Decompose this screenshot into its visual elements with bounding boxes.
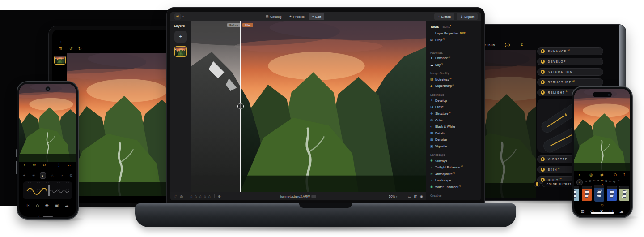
- toolbar-icon[interactable]: ⊡: [26, 203, 30, 208]
- adjustment-icon[interactable]: ◐: [40, 172, 46, 179]
- adjustment-icon[interactable]: ◑: [59, 172, 65, 179]
- share-icon[interactable]: ∴: [68, 163, 71, 167]
- tool-row[interactable]: Favorites: [430, 47, 476, 55]
- redo-icon[interactable]: ↻: [42, 163, 46, 167]
- tool-label: RELIGHT: [548, 91, 565, 94]
- tool-row[interactable]: Image Quality: [430, 71, 476, 76]
- tool-row[interactable]: ◙ Relight AI: [430, 198, 476, 200]
- tool-row[interactable]: ▩ Denoise: [430, 137, 476, 143]
- layer-thumbnail[interactable]: [54, 56, 66, 65]
- mode-tab[interactable]: ✦ Presets: [286, 13, 307, 20]
- back-icon[interactable]: ←: [59, 39, 64, 43]
- menu-dots-icon[interactable]: ⋮: [57, 163, 61, 167]
- tool-row[interactable]: Creative: [430, 193, 476, 198]
- flag-icon[interactable]: ◎: [180, 194, 183, 198]
- toolbar-icon[interactable]: ☁: [619, 209, 624, 214]
- add-layer-button[interactable]: +: [174, 31, 187, 43]
- tab-tools[interactable]: Tools: [430, 25, 439, 29]
- tool-row[interactable]: ◭ Supersharp AI: [430, 82, 476, 89]
- tool-label: Sky: [435, 63, 441, 67]
- undo-icon[interactable]: ↺: [69, 47, 73, 51]
- tool-row[interactable]: ◪ Erase: [430, 104, 476, 111]
- star-icon[interactable]: ☆: [199, 194, 202, 198]
- tool-button[interactable]: DEVELOP: [537, 58, 603, 65]
- filter-thumbnail[interactable]: [607, 186, 617, 201]
- back-icon[interactable]: ‹: [579, 172, 580, 177]
- back-icon[interactable]: ‹: [24, 163, 25, 167]
- tool-row[interactable]: ◉ Water Enhancer AI: [430, 184, 476, 190]
- tool-button[interactable]: SATURATION: [537, 68, 603, 76]
- tool-row[interactable]: ☀ Develop: [430, 97, 476, 104]
- adjustment-icon[interactable]: ✦: [21, 172, 27, 179]
- adjustment-icon[interactable]: △: [49, 172, 55, 179]
- remove-icon[interactable]: ⊖: [614, 172, 617, 177]
- filter-thumbnail[interactable]: [594, 185, 604, 202]
- extras-button[interactable]: + Extras: [434, 13, 454, 20]
- fit-screen-icon[interactable]: ▭: [408, 194, 411, 198]
- tool-row[interactable]: ≋ Atmosphere AI: [430, 171, 476, 177]
- toolbar-icon[interactable]: ☀: [45, 203, 49, 208]
- favorite-heart-icon[interactable]: ♡: [601, 204, 604, 208]
- share-icon[interactable]: ↥: [623, 172, 626, 177]
- color-filters-control[interactable]: COLOR FILTERS: [534, 181, 576, 187]
- tool-row[interactable]: ◐ Black & White: [430, 123, 476, 130]
- compare-icon[interactable]: ◎: [589, 172, 593, 177]
- layer-thumbnail[interactable]: [174, 46, 187, 57]
- tool-button[interactable]: STRUCTURE AI: [537, 78, 603, 86]
- favorite-icon[interactable]: ♡: [174, 194, 177, 198]
- android-home-pill[interactable]: [43, 216, 53, 217]
- app-logo-icon[interactable]: ☀: [174, 13, 181, 20]
- color-filters-pill[interactable]: COLOR FILTERS: [542, 181, 576, 187]
- tool-row[interactable]: ☁ Sky AI: [430, 61, 476, 68]
- tab-edits[interactable]: Edits•: [442, 24, 451, 29]
- shuffle-icon[interactable]: ⇄: [600, 172, 603, 177]
- scrubber-handle[interactable]: [48, 185, 50, 196]
- compare-split-handle[interactable]: ↔: [237, 103, 244, 109]
- chevron-down-icon[interactable]: ▾: [182, 14, 184, 17]
- dial-knob[interactable]: [576, 179, 583, 185]
- star-icon[interactable]: ☆: [203, 194, 207, 198]
- tool-row[interactable]: ▦ Details: [430, 130, 476, 137]
- zoom-level[interactable]: 50% ▾: [389, 195, 397, 198]
- star-icon[interactable]: ☆: [208, 194, 211, 198]
- tool-row[interactable]: ◍ Color: [430, 117, 476, 124]
- android-back-icon[interactable]: ‹: [38, 215, 39, 217]
- tool-row[interactable]: ▣ Vignette: [430, 143, 476, 150]
- toolbar-icon[interactable]: ◇: [36, 203, 39, 208]
- tool-button[interactable]: ENHANCE AI: [537, 47, 603, 55]
- filter-thumbnail[interactable]: [582, 186, 592, 201]
- adjustment-icon[interactable]: ❂: [68, 172, 74, 179]
- share-icon[interactable]: ↥: [520, 42, 524, 47]
- curve-scrubber[interactable]: [23, 181, 72, 199]
- toolbar-icon[interactable]: ⊡: [581, 209, 585, 214]
- home-indicator[interactable]: [591, 212, 614, 214]
- star-icon[interactable]: ☆: [194, 194, 197, 198]
- adjustment-icon[interactable]: ☀: [30, 172, 37, 179]
- compare-view-icon[interactable]: ◧: [414, 194, 417, 198]
- toolbar-icon[interactable]: ☁: [64, 203, 69, 208]
- tool-row[interactable]: ✺ Sunrays: [430, 158, 476, 164]
- preview-eye-icon[interactable]: ◉: [420, 194, 423, 198]
- tool-row[interactable]: ▲ Landscape: [430, 177, 476, 184]
- no-rating-icon[interactable]: ⊘: [218, 194, 221, 198]
- mode-tab[interactable]: ▤ Catalog: [263, 13, 284, 20]
- grid-icon[interactable]: ⊞: [59, 47, 62, 51]
- export-button[interactable]: ↥ Export: [457, 13, 478, 20]
- tool-row[interactable]: ⊡ Crop AI: [430, 37, 476, 43]
- mode-tab[interactable]: ≡ Edit: [309, 13, 324, 20]
- tool-row[interactable]: Landscape: [430, 152, 476, 158]
- redo-icon[interactable]: ↻: [78, 47, 82, 51]
- tool-row[interactable]: ❖ Structure AI: [430, 110, 476, 117]
- tool-row[interactable]: ◒ Layer Properties NEW: [430, 30, 476, 37]
- tool-row[interactable]: ✦ Enhance AI: [430, 55, 476, 62]
- tool-row[interactable]: Essentials: [430, 92, 476, 97]
- more-options-icon[interactable]: ···: [505, 43, 510, 47]
- tool-row[interactable]: ☼ Twilight Enhancer AI: [430, 164, 476, 171]
- star-icon[interactable]: ☆: [190, 194, 193, 198]
- tool-row[interactable]: ▨ Noiseless AI: [430, 76, 476, 83]
- dial-tick: 40: [593, 180, 595, 182]
- undo-icon[interactable]: ↺: [33, 163, 36, 167]
- filter-thumbnail[interactable]: [574, 186, 579, 201]
- toolbar-icon[interactable]: ▣: [55, 203, 59, 208]
- filter-thumbnail[interactable]: [619, 186, 629, 201]
